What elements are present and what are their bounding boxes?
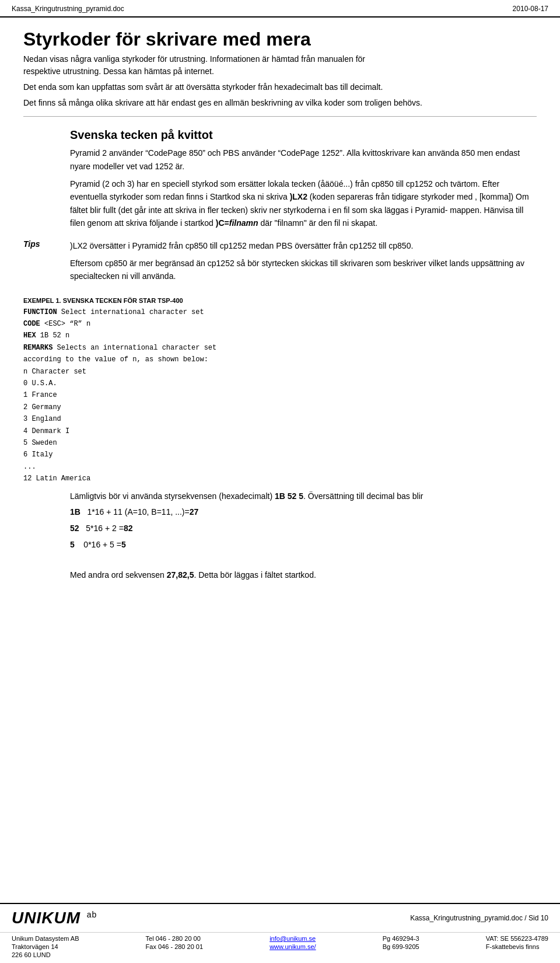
footer-col-phone: Tel 046 - 280 20 00 Fax 046 - 280 20 01 [146, 935, 203, 958]
header-date: 2010-08-17 [513, 5, 548, 13]
header-filename: Kassa_Kringutrustning_pyramid.doc [12, 5, 124, 13]
company-tel: Tel 046 - 280 20 00 [146, 935, 203, 942]
hex-row1: 1B 1*16 + 11 (A=10, B=11, ...)=27 [70, 505, 537, 519]
tips-label: Tips [23, 239, 70, 288]
lx2-code: )LX2 [290, 192, 307, 201]
document-footer: UNIKUM ab Kassa_Kringutrustning_pyramid.… [0, 903, 560, 963]
hex-intro: Lämligtvis bör vi använda styrsekvensen … [70, 490, 537, 504]
hex-row2: 52 5*16 + 2 =82 [70, 522, 537, 536]
company-name: Unikum Datasystem AB [12, 935, 79, 942]
footer-top: UNIKUM ab Kassa_Kringutrustning_pyramid.… [0, 904, 560, 932]
company-address1: Traktorvägen 14 [12, 943, 79, 950]
footer-col-company: Unikum Datasystem AB Traktorvägen 14 226… [12, 935, 79, 958]
tips-content: )LX2 översätter i Pyramid2 från cp850 ti… [70, 239, 537, 288]
hex-bold1: 1B 52 5 [275, 491, 303, 501]
company-address2: 226 60 LUND [12, 951, 79, 958]
page-title: Styrkoder för skrivare med mera [23, 29, 537, 50]
tips-para1: )LX2 översätter i Pyramid2 från cp850 ti… [70, 239, 537, 252]
footer-col-pg: Pg 469294-3 Bg 699-9205 [383, 935, 419, 958]
main-content: Styrkoder för skrivare med mera Nedan vi… [0, 18, 560, 596]
company-website[interactable]: www.unikum.se/ [270, 943, 316, 950]
intro-para1: Nedan visas några vanliga styrkoder för … [23, 53, 537, 78]
intro-para2: Det enda som kan uppfattas som svårt är … [23, 81, 537, 93]
hex-final: Med andra ord sekvensen 27,82,5. Detta b… [70, 568, 537, 582]
logo-suffix: ab [87, 910, 97, 919]
company-fax: Fax 046 - 280 20 01 [146, 943, 203, 950]
footer-doc-info: Kassa_Kringutrustning_pyramid.doc / Sid … [410, 914, 548, 922]
section-body: Pyramid 2 använder “CodePage 850” och PB… [70, 146, 537, 229]
company-bg: Bg 699-9205 [383, 943, 419, 950]
intro-section: Styrkoder för skrivare med mera Nedan vi… [23, 29, 537, 109]
section-para1: Pyramid 2 använder “CodePage 850” och PB… [70, 146, 537, 173]
footer-bottom: Unikum Datasystem AB Traktorvägen 14 226… [0, 932, 560, 963]
code-block: FUNCTION Select international character … [23, 306, 537, 485]
section-para2: Pyramid (2 och 3) har en speciell styrko… [70, 177, 537, 230]
section-svenska-tecken: Svenska tecken på kvittot Pyramid 2 anvä… [23, 128, 537, 229]
tips-para2: Eftersom cp850 är mer begränsad än cp125… [70, 257, 537, 283]
tips-section: Tips )LX2 översätter i Pyramid2 från cp8… [23, 239, 537, 288]
company-fskatt: F-skattebevis finns [486, 943, 548, 950]
divider [23, 116, 537, 117]
logo-text: UNIKUM [12, 909, 80, 927]
intro-para3: Det finns så många olika skrivare att hä… [23, 97, 537, 109]
company-pg: Pg 469294-3 [383, 935, 419, 942]
section-heading: Svenska tecken på kvittot [70, 128, 537, 142]
footer-col-vat: VAT: SE 556223-4789 F-skattebevis finns [486, 935, 548, 958]
hex-explain: Lämligtvis bör vi använda styrsekvensen … [70, 490, 537, 582]
footer-col-web: info@unikum.se www.unikum.se/ [270, 935, 316, 958]
example-section: EXEMPEL 1. SVENSKA TECKEN FÖR STAR TSP-4… [23, 297, 537, 485]
cf-code: )C=filnamn [216, 218, 258, 228]
hex-row3: 5 0*16 + 5 =5 [70, 538, 537, 552]
company-logo: UNIKUM ab [12, 909, 97, 927]
company-email[interactable]: info@unikum.se [270, 935, 316, 942]
document-header: Kassa_Kringutrustning_pyramid.doc 2010-0… [0, 0, 560, 18]
example-title: EXEMPEL 1. SVENSKA TECKEN FÖR STAR TSP-4… [23, 297, 537, 304]
company-vat: VAT: SE 556223-4789 [486, 935, 548, 942]
